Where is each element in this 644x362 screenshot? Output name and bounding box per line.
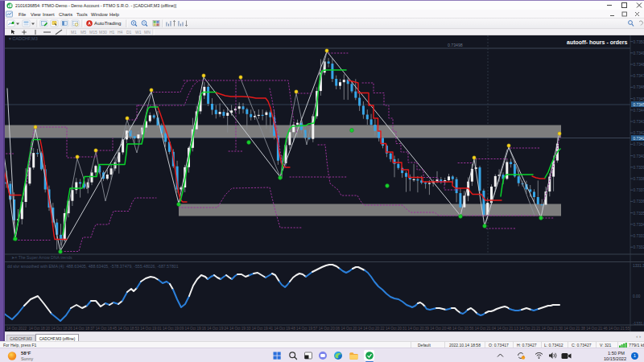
svg-text:0.73465: 0.73465: [634, 85, 644, 89]
svg-text:0.00: 0.00: [633, 294, 641, 298]
svg-text:14 Oct 19:01: 14 Oct 19:01: [140, 327, 162, 331]
svg-text:0.73365: 0.73365: [634, 200, 644, 204]
svg-text:14 Oct 20:14: 14 Oct 20:14: [341, 327, 363, 331]
svg-text:14 Oct 20:31: 14 Oct 20:31: [386, 327, 407, 331]
svg-text:autooff- hours - orders: autooff- hours - orders: [567, 39, 628, 45]
svg-text:▾ CADCHF,M3: ▾ CADCHF,M3: [9, 36, 38, 41]
svg-text:14 Oct 21:46: 14 Oct 21:46: [586, 327, 608, 331]
svg-text:0.73455: 0.73455: [634, 97, 644, 101]
svg-text:0.73420: 0.73420: [634, 137, 644, 141]
svg-text:14 Oct 18:45: 14 Oct 18:45: [96, 327, 118, 331]
svg-text:H4: H4: [118, 30, 123, 35]
svg-text:0.73495: 0.73495: [634, 51, 644, 56]
svg-text:M5: M5: [80, 30, 86, 35]
svg-text:14 Oct 18:26: 14 Oct 18:26: [51, 327, 72, 331]
svg-text:14 Oct 21:30: 14 Oct 21:30: [542, 327, 564, 331]
svg-text:W1: W1: [135, 30, 142, 35]
svg-text:14 Oct 18:20: 14 Oct 18:20: [29, 327, 51, 331]
svg-text:14 Oct 21:21: 14 Oct 21:21: [519, 327, 541, 331]
svg-text:0.73505: 0.73505: [634, 40, 644, 44]
svg-text:14 Oct 19:33: 14 Oct 19:33: [229, 327, 251, 331]
svg-text:14 Oct 18:37: 14 Oct 18:37: [73, 327, 95, 331]
svg-text:0.73375: 0.73375: [634, 188, 644, 192]
svg-text:0.73405: 0.73405: [634, 154, 644, 158]
svg-text:14 Oct 20:48: 14 Oct 20:48: [430, 327, 452, 331]
svg-text:14 Oct 19:09: 14 Oct 19:09: [163, 327, 184, 331]
svg-text:AutoTrading: AutoTrading: [94, 20, 122, 26]
svg-text:1331.32: 1331.32: [633, 264, 644, 268]
svg-text:MN: MN: [144, 30, 151, 35]
svg-text:➤× The Super Arrow DNA trends: ➤× The Super Arrow DNA trends: [11, 255, 72, 260]
svg-text:0.73475: 0.73475: [634, 74, 644, 78]
svg-text:H1: H1: [109, 30, 115, 35]
svg-text:M1: M1: [71, 30, 76, 35]
svg-text:14 Oct 20:39: 14 Oct 20:39: [408, 327, 430, 331]
svg-text:M15: M15: [89, 30, 97, 35]
svg-text:14 Oct 21:04: 14 Oct 21:04: [475, 327, 497, 331]
svg-text:0.73395: 0.73395: [634, 166, 644, 170]
svg-text:M30: M30: [99, 30, 107, 35]
svg-text:14 Oct 19:48: 14 Oct 19:48: [274, 327, 295, 331]
svg-text:0.73498: 0.73498: [448, 43, 463, 47]
svg-text:14 Oct 19:24: 14 Oct 19:24: [207, 327, 229, 331]
svg-text:14 Oct 20:56: 14 Oct 20:56: [452, 327, 474, 331]
svg-text:D1: D1: [126, 30, 132, 35]
svg-text:0.73325: 0.73325: [634, 245, 644, 249]
svg-text:dd slvr smoothed with EMA (4):: dd slvr smoothed with EMA (4): 488.63405…: [7, 264, 179, 269]
svg-text:14 Oct 21:38: 14 Oct 21:38: [564, 327, 586, 331]
svg-text:0.73450: 0.73450: [634, 103, 644, 107]
svg-text:0.73435: 0.73435: [634, 120, 644, 124]
svg-text:0.73415: 0.73415: [634, 142, 644, 146]
svg-text:0.73355: 0.73355: [634, 212, 644, 216]
svg-text:14 Oct 19:16: 14 Oct 19:16: [185, 327, 207, 331]
svg-text:0.73445: 0.73445: [634, 109, 644, 113]
svg-text:0.73345: 0.73345: [634, 223, 644, 227]
svg-text:0.73385: 0.73385: [634, 177, 644, 181]
svg-text:0.73335: 0.73335: [634, 234, 644, 238]
svg-text:14 Oct 19:57: 14 Oct 19:57: [296, 327, 318, 331]
svg-text:14 Oct 2022: 14 Oct 2022: [6, 327, 27, 331]
svg-text:14 Oct 19:41: 14 Oct 19:41: [252, 327, 274, 331]
svg-text:0.73485: 0.73485: [634, 63, 644, 67]
svg-text:14 Oct 20:06: 14 Oct 20:06: [319, 327, 341, 331]
svg-text:14 Oct 20:22: 14 Oct 20:22: [363, 327, 385, 331]
svg-text:0.73425: 0.73425: [634, 131, 644, 135]
svg-text:14 Oct 21:55: 14 Oct 21:55: [609, 327, 630, 331]
svg-text:14 Oct 21:13: 14 Oct 21:13: [497, 327, 518, 331]
svg-text:14 Oct 18:53: 14 Oct 18:53: [118, 327, 140, 331]
